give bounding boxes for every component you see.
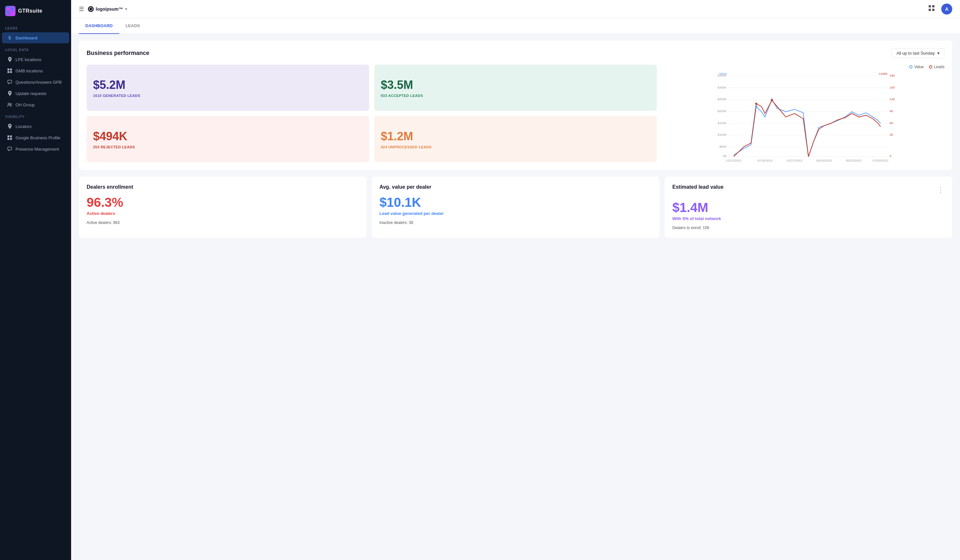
svg-text:$0: $0 [723,154,726,158]
legend-leads: Leads [929,65,944,69]
svg-rect-20 [932,9,934,11]
svg-rect-8 [8,80,12,83]
metric-card-generated: $5.2M 1610 GENERATED LEADS [86,65,369,111]
sidebar-item-google-business[interactable]: Google Business Profile [2,132,69,143]
bottom-card-dealers-enrollment: Dealers enrollment 96.3% Active dealers … [79,176,366,238]
sidebar-item-label: GMB locations [16,69,43,74]
metric-cards-col: $5.2M 1610 GENERATED LEADS $3.5M 933 ACC… [86,65,657,162]
svg-text:120: 120 [890,97,895,101]
svg-rect-5 [10,69,12,70]
more-options-icon[interactable]: ⋮ [938,186,944,194]
bp-header: Business performance All up to last Sund… [86,48,944,58]
sidebar-item-qa-gpb[interactable]: Questions/Answers GPB [2,77,69,88]
metric-label-unprocessed: 424 UNPROCESSED LEADS [381,145,432,149]
chart-col: Value Leads $350K $300K [662,65,944,162]
metric-label-rejected: 253 REJECTED LEADS [93,145,135,149]
avg-value-title: Avg. value per dealer [379,184,652,190]
sidebar-item-update-requests[interactable]: Update requests [2,88,69,99]
svg-text:0: 0 [890,154,891,158]
svg-point-52 [755,106,757,107]
metric-label-generated: 1610 GENERATED LEADS [93,94,140,98]
bottom-card-estimated-lead: Estimated lead value ⋮ $1.4M With 5% of … [664,176,952,238]
metric-value-generated: $5.2M [93,78,125,92]
sidebar-item-lpe-locations[interactable]: LPE locations [2,54,69,65]
svg-rect-14 [10,138,12,140]
svg-text:04/10/2022: 04/10/2022 [816,158,832,162]
svg-point-16 [89,8,93,11]
sidebar-logo: GTRsuite [0,0,71,22]
svg-text:02/27/2022: 02/27/2022 [787,158,803,162]
estimated-lead-detail: Dealers to enroll: 156 [672,226,944,230]
bottom-cards: Dealers enrollment 96.3% Active dealers … [79,176,952,238]
content-inner: Business performance All up to last Sund… [71,34,960,244]
sidebar-section-local-data: LOCAL DATA LPE locations GMB locations Q… [0,44,71,110]
section-label-local-data: LOCAL DATA [0,44,71,54]
pin2-icon [7,91,12,96]
svg-rect-13 [8,138,10,140]
chevron-down-icon: ▾ [938,51,940,56]
svg-text:$300K: $300K [718,86,727,89]
svg-rect-3 [11,12,14,14]
svg-rect-19 [929,9,931,11]
svg-text:12/12/2021: 12/12/2021 [726,158,741,162]
chevron-down-icon: ▾ [125,7,127,11]
svg-rect-0 [7,8,10,10]
svg-text:$150K: $150K [718,121,727,125]
legend-dot-leads [929,65,932,69]
tab-leads[interactable]: LEADS [119,18,146,34]
svg-rect-7 [10,71,12,73]
topbar-brand[interactable]: logoipsum™ ▾ [88,6,127,12]
sidebar-item-dashboard[interactable]: $ Dashboard [2,32,69,43]
sidebar-item-label: Dashboard [16,35,37,40]
group-icon [7,102,12,107]
svg-text:05/22/2022: 05/22/2022 [846,158,862,162]
metric-value-unprocessed: $1.2M [381,130,413,143]
svg-text:$250K: $250K [718,97,727,101]
sidebar-item-gmb-locations[interactable]: GMB locations [2,65,69,76]
svg-text:Leads: Leads [879,72,888,75]
dealers-enrollment-value: 96.3% [86,195,359,210]
legend-dot-value [909,65,912,69]
metric-card-rejected: $494K 253 REJECTED LEADS [86,116,369,162]
legend-label-leads: Leads [934,65,944,69]
date-filter-button[interactable]: All up to last Sunday ▾ [891,48,944,58]
svg-point-55 [771,99,773,101]
tab-dashboard[interactable]: DASHBOARD [79,18,119,34]
bp-metrics-grid: $5.2M 1610 GENERATED LEADS $3.5M 933 ACC… [86,65,944,162]
legend-label-value: Value [914,65,924,69]
sidebar: GTRsuite LEADS $ Dashboard LOCAL DATA LP… [0,0,71,560]
business-performance-card: Business performance All up to last Sund… [79,40,952,170]
tabs-bar: DASHBOARD LEADS [71,18,960,34]
svg-rect-1 [11,8,14,10]
svg-rect-15 [8,147,12,150]
sidebar-item-presence[interactable]: Presence Management [2,144,69,154]
sidebar-item-locators[interactable]: Locators [2,121,69,132]
metric-label-accepted: 933 ACCEPTED LEADS [381,94,423,98]
grid-icon [7,68,12,74]
menu-icon[interactable]: ☰ [79,5,84,13]
metric-card-unprocessed: $1.2M 424 UNPROCESSED LEADS [374,116,657,162]
svg-point-54 [755,103,757,105]
sidebar-item-label: Locators [16,124,32,129]
bottom-card-avg-value: Avg. value per dealer $10.1K Lead value … [372,176,659,238]
estimated-lead-title: Estimated lead value [672,184,723,190]
locator-icon [7,124,12,129]
svg-rect-18 [932,5,934,8]
section-label-visibility: VISIBILITY [0,110,71,120]
sidebar-item-label: Google Business Profile [16,135,61,140]
estimated-lead-header: Estimated lead value ⋮ [672,184,944,195]
svg-text:$50K: $50K [719,145,726,148]
sidebar-item-label: Update requests [16,91,46,96]
svg-text:90: 90 [890,109,893,113]
sidebar-item-label: Presence Management [16,147,59,152]
sidebar-item-oh-group[interactable]: OH Group [2,99,69,110]
user-avatar[interactable]: A [941,3,952,14]
content-area: DASHBOARD LEADS Business performance All… [71,18,960,560]
chart-wrapper: $350K $300K $250K $200K $150K $100K $50K… [662,72,944,162]
grid-apps-icon[interactable] [928,5,935,13]
sidebar-section-visibility: VISIBILITY Locators Google Business Prof… [0,110,71,155]
svg-rect-4 [8,69,10,70]
avg-value-main-value: $10.1K [379,195,652,210]
svg-point-9 [8,103,10,105]
bp-title: Business performance [86,50,149,56]
